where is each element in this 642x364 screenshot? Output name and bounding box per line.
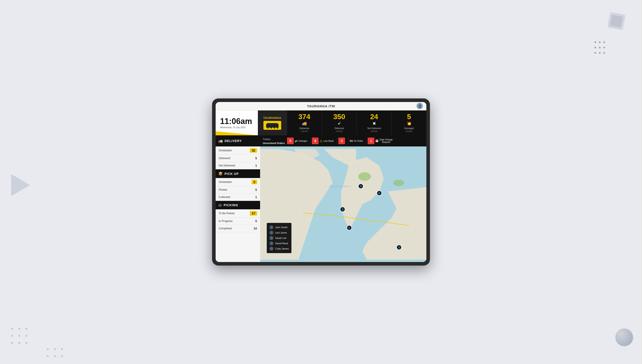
alert-on-order-badge[interactable]: 0/0 On Order (350, 140, 363, 142)
delivery-scheduled-row: Scheduled: 32 (216, 146, 260, 155)
warning-icon: ⚠ (319, 139, 323, 143)
changes-icon: ⇄ (295, 139, 297, 143)
delivery-not-delivered-value: 1 (255, 164, 257, 167)
pickup-scheduled-row: Scheduled: 2 (216, 178, 260, 186)
bg-circle-deco (615, 328, 633, 346)
deliveries-label: Deliveries (YEAR) (299, 127, 309, 133)
alert-badge3[interactable]: 3 (338, 138, 345, 144)
svg-text:TAURANGA HARBOUR: TAURANGA HARBOUR (328, 185, 351, 188)
driver-item-2[interactable]: 👤 Levi Jones (269, 230, 289, 235)
driver-avatar-2: 👤 (269, 231, 273, 235)
damaged-number: 5 (407, 113, 411, 120)
driver-name-4: David Reed (275, 242, 288, 245)
map-pin-1[interactable]: 👤 (358, 184, 363, 189)
damaged-label: Damaged (YEAR) (404, 127, 414, 133)
picking-completed-value: 10 (253, 227, 257, 230)
changes-label: Changes (298, 140, 307, 142)
driver-name-1: John Smith (275, 226, 287, 229)
delivery-delivered-value: 5 (255, 156, 257, 160)
delivery-scheduled-label: Scheduled: (219, 149, 232, 152)
picking-section-icon: 🗂 (218, 203, 222, 207)
alert-date-change-badge[interactable]: 1 📅 Date Change Request (368, 138, 393, 144)
pickup-picked-value: 5 (255, 188, 257, 192)
badge3-count: 3 (338, 138, 345, 144)
stat-delivered: 350 ✔ Delivered (YEAR) (322, 110, 357, 136)
not-delivered-label: Not Delivered (YEAR) (367, 127, 381, 133)
map-pin-5[interactable]: 👤 (347, 225, 352, 230)
svg-rect-5 (277, 127, 278, 128)
svg-rect-3 (271, 127, 272, 128)
pickup-section-icon: 📦 (218, 172, 223, 176)
on-order-label: On Order (354, 140, 363, 142)
pickup-collected-row: Collected: 1 (216, 194, 260, 201)
pickup-picked-row: Picked: 5 (216, 186, 260, 194)
driver-item-5[interactable]: 👤 Cody James (269, 246, 289, 251)
svg-rect-0 (266, 124, 279, 128)
driver-name-3: Sarah Lee (275, 237, 287, 239)
delivery-delivered-row: Delivered: 5 (216, 155, 260, 162)
date-display: Wednesday, 15 July 2020 (220, 126, 245, 129)
driver-avatar-4: 👤 (269, 241, 273, 245)
alerts-label-block: Todays Unresolved Orders (263, 137, 285, 145)
deliveries-number: 374 (298, 113, 310, 120)
driver-name-5: Cody James (275, 247, 289, 250)
driver-avatar-3: 👤 (269, 236, 273, 240)
alert-changes-badge[interactable]: 5 ⇄ Changes (287, 138, 307, 144)
main-content: Scheduled: 32 Delivered: 5 Not Delivered… (216, 146, 426, 262)
svg-rect-4 (274, 127, 275, 128)
driver-avatar-1: 👤 (269, 225, 273, 229)
app-title: TAURANGA ITM (307, 104, 335, 108)
damaged-icon: 💥 (407, 121, 411, 126)
low-stock-count: 8 (312, 138, 319, 144)
map-pin-2[interactable]: 👤 (340, 207, 345, 212)
stat-not-delivered: 24 ✖ Not Delivered (YEAR) (357, 110, 391, 136)
pickup-section-header: 📦 PICK UP (216, 169, 260, 178)
alerts-today-label: Todays (263, 138, 271, 140)
delivery-alerts-row: 🚛 DELIVERY Todays Unresolved Orders 5 ⇄ … (216, 135, 426, 146)
delivery-delivered-label: Delivered: (219, 157, 231, 160)
not-delivered-number: 24 (370, 113, 378, 120)
map-pin-3[interactable]: 👤 (377, 190, 382, 196)
changes-count: 5 (287, 138, 294, 144)
delivery-scheduled-value: 32 (250, 148, 257, 153)
picking-section-title: PICKING (224, 203, 238, 207)
calendar-icon: 📅 (375, 139, 379, 142)
low-stock-label: Low Stock (323, 140, 334, 142)
alert-low-stock-badge[interactable]: 8 ⚠ Low Stock (312, 138, 334, 144)
driver-popup[interactable]: 👤 John Smith 👤 Levi Jones 👤 Sarah Lee (267, 223, 291, 253)
delivered-label: Delivered (YEAR) (335, 127, 344, 133)
map-area[interactable]: TAURANGA HARBOUR 👤 👤 👤 👤 👤 👤 John Smith (260, 146, 426, 262)
on-order-value: 0/0 (350, 140, 353, 142)
stat-deliveries: 374 🚚 Deliveries (YEAR) (287, 110, 322, 136)
driver-avatar-5: 👤 (269, 247, 273, 251)
delivery-section-icon: 🚛 (218, 139, 223, 143)
bg-play-icon (9, 174, 36, 201)
picking-to-be-picked-value: 17 (250, 211, 257, 216)
user-avatar[interactable]: 👤 (417, 103, 423, 109)
pickup-collected-value: 1 (255, 195, 257, 199)
dots-grid (593, 40, 606, 56)
tablet-frame: TAURANGA ITM 👤 11:06am Wednesday, 15 Jul… (212, 98, 430, 266)
driver-item-3[interactable]: 👤 Sarah Lee (269, 235, 289, 241)
alerts-unresolved-label: Unresolved Orders (263, 142, 285, 144)
pickup-picked-label: Picked: (219, 188, 227, 191)
driver-item-4[interactable]: 👤 David Reed (269, 241, 289, 246)
alerts-row: Todays Unresolved Orders 5 ⇄ Changes 8 ⚠ (260, 135, 426, 146)
time-display: 11:06am (220, 117, 252, 125)
picking-in-progress-row: In Progress: 5 (216, 218, 260, 225)
app-header: TAURANGA ITM 👤 (216, 102, 426, 110)
driver-item-1[interactable]: 👤 John Smith (269, 225, 289, 230)
delivery-section-header: 🚛 DELIVERY (216, 135, 260, 146)
left-sidebar: Scheduled: 32 Delivered: 5 Not Delivered… (216, 146, 260, 262)
map-background: TAURANGA HARBOUR 👤 👤 👤 👤 👤 👤 John Smith (260, 146, 426, 262)
date-change-label: Date Change Request (379, 138, 393, 143)
crosses-grid-2: ✕✕✕ ✕✕✕ (45, 345, 66, 360)
pickup-scheduled-label: Scheduled: (219, 180, 232, 184)
checkmark-icon: ✔ (338, 121, 341, 126)
delivery-not-delivered-label: Not Delivered: (219, 164, 236, 167)
bg-square-deco (607, 12, 625, 30)
picking-to-be-picked-label: To Be Picked: (219, 212, 235, 215)
cross-icon: ✖ (373, 121, 376, 126)
delivery-truck-icon: 🚚 (302, 121, 307, 126)
picking-in-progress-label: In Progress: (219, 220, 233, 223)
